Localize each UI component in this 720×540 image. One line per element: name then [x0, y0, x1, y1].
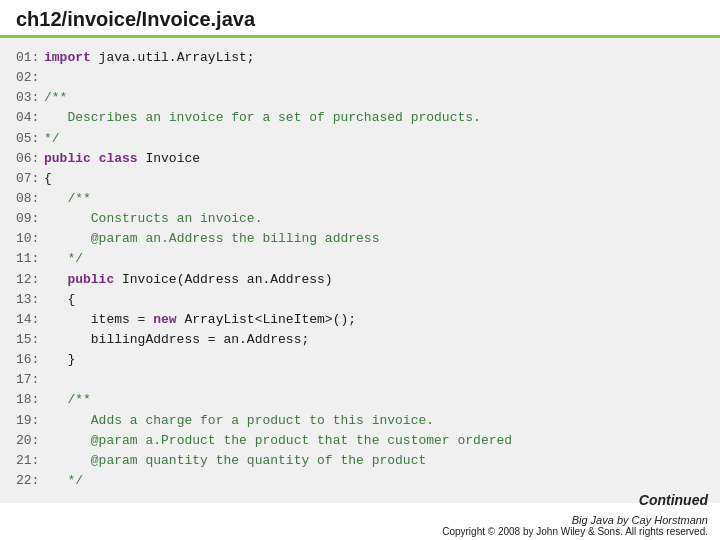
code-token — [44, 411, 91, 431]
code-token: */ — [67, 471, 83, 491]
table-row: 19: Adds a charge for a product to this … — [16, 411, 704, 431]
code-token — [44, 390, 67, 410]
code-token: import — [44, 48, 91, 68]
table-row: 21: @param quantity the quantity of the … — [16, 451, 704, 471]
line-number: 19: — [16, 411, 44, 431]
table-row: 15: billingAddress = an.Address; — [16, 330, 704, 350]
table-row: 06:public class Invoice — [16, 149, 704, 169]
code-token: @param a.Product the product that the cu… — [91, 431, 512, 451]
line-number: 21: — [16, 451, 44, 471]
code-token — [44, 249, 67, 269]
line-number: 08: — [16, 189, 44, 209]
code-token: { — [44, 169, 52, 189]
code-token: Constructs an invoice. — [91, 209, 263, 229]
code-token: Describes an invoice for a set of purcha… — [44, 108, 481, 128]
line-number: 02: — [16, 68, 44, 88]
line-number: 11: — [16, 249, 44, 269]
line-number: 09: — [16, 209, 44, 229]
footer-attribution: Big Java by Cay Horstmann — [572, 514, 708, 526]
footer: Big Java by Cay Horstmann Copyright © 20… — [0, 510, 720, 540]
table-row: 13: { — [16, 290, 704, 310]
line-number: 03: — [16, 88, 44, 108]
table-row: 05:*/ — [16, 129, 704, 149]
code-token — [44, 189, 67, 209]
table-row: 17: — [16, 370, 704, 390]
table-row: 11: */ — [16, 249, 704, 269]
line-number: 15: — [16, 330, 44, 350]
table-row: 08: /** — [16, 189, 704, 209]
line-number: 16: — [16, 350, 44, 370]
table-row: 22: */ — [16, 471, 704, 491]
table-row: 03:/** — [16, 88, 704, 108]
page-title: ch12/invoice/Invoice.java — [16, 8, 704, 31]
code-token: new — [153, 310, 176, 330]
table-row: 20: @param a.Product the product that th… — [16, 431, 704, 451]
code-token: ArrayList<LineItem>(); — [177, 310, 356, 330]
code-token: public — [67, 270, 114, 290]
table-row: 07:{ — [16, 169, 704, 189]
code-token: items = — [44, 310, 153, 330]
table-row: 12: public Invoice(Address an.Address) — [16, 270, 704, 290]
line-number: 01: — [16, 48, 44, 68]
code-token: Invoice(Address an.Address) — [114, 270, 332, 290]
table-row: 02: — [16, 68, 704, 88]
code-token: Adds a charge for a product to this invo… — [91, 411, 434, 431]
line-number: 14: — [16, 310, 44, 330]
line-number: 12: — [16, 270, 44, 290]
code-token: /** — [44, 88, 67, 108]
line-number: 05: — [16, 129, 44, 149]
code-block: 01:import java.util.ArrayList;02:03:/**0… — [16, 48, 704, 491]
line-number: 10: — [16, 229, 44, 249]
code-token — [44, 471, 67, 491]
code-token: } — [44, 350, 75, 370]
code-token: /** — [67, 189, 90, 209]
code-token: */ — [67, 249, 83, 269]
code-token — [44, 451, 91, 471]
code-token: java.util.ArrayList; — [91, 48, 255, 68]
code-token: /** — [67, 390, 90, 410]
code-token — [44, 229, 91, 249]
line-number: 06: — [16, 149, 44, 169]
code-token — [44, 431, 91, 451]
code-token: class — [99, 149, 138, 169]
line-number: 04: — [16, 108, 44, 128]
line-number: 18: — [16, 390, 44, 410]
table-row: 18: /** — [16, 390, 704, 410]
table-row: 16: } — [16, 350, 704, 370]
code-token: Invoice — [138, 149, 200, 169]
continued-label: Continued — [639, 492, 708, 508]
table-row: 01:import java.util.ArrayList; — [16, 48, 704, 68]
table-row: 14: items = new ArrayList<LineItem>(); — [16, 310, 704, 330]
footer-copyright: Copyright © 2008 by John Wiley & Sons. A… — [442, 526, 708, 537]
table-row: 09: Constructs an invoice. — [16, 209, 704, 229]
line-number: 22: — [16, 471, 44, 491]
code-content: 01:import java.util.ArrayList;02:03:/**0… — [0, 38, 720, 503]
code-token: billingAddress = an.Address; — [44, 330, 309, 350]
line-number: 17: — [16, 370, 44, 390]
code-token — [91, 149, 99, 169]
title-bar: ch12/invoice/Invoice.java — [0, 0, 720, 38]
line-number: 13: — [16, 290, 44, 310]
line-number: 07: — [16, 169, 44, 189]
code-token: { — [44, 290, 75, 310]
table-row: 10: @param an.Address the billing addres… — [16, 229, 704, 249]
code-token: public — [44, 149, 91, 169]
code-token: @param quantity the quantity of the prod… — [91, 451, 426, 471]
line-number: 20: — [16, 431, 44, 451]
code-token — [44, 209, 91, 229]
code-token: @param an.Address the billing address — [91, 229, 380, 249]
code-token: */ — [44, 129, 60, 149]
table-row: 04: Describes an invoice for a set of pu… — [16, 108, 704, 128]
code-token — [44, 270, 67, 290]
